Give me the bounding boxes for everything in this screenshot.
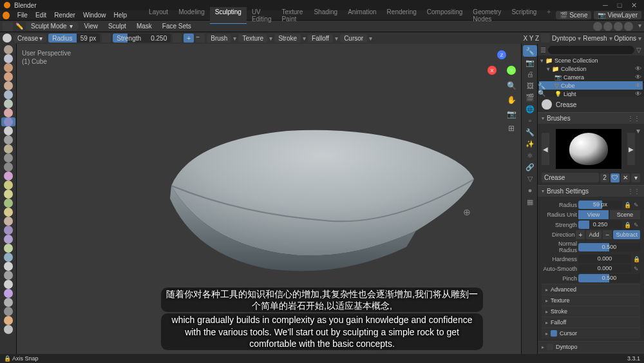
brush-save-button[interactable]: 🛡 — [611, 173, 620, 182]
tool-draw[interactable] — [1, 45, 15, 54]
tool-transform[interactable] — [1, 325, 15, 334]
strength-tablet-icon[interactable] — [173, 34, 182, 43]
auto-smooth-tablet-icon[interactable]: ✎ — [632, 265, 640, 273]
radius-slider[interactable]: 59 px — [578, 201, 622, 209]
gizmo-y-axis[interactable]: Y — [507, 66, 516, 75]
falloff-panel-dropdown[interactable]: Falloff — [308, 34, 333, 43]
tool-line-project[interactable] — [1, 307, 15, 316]
stroke-panel-dropdown[interactable]: Stroke — [274, 34, 301, 43]
outliner-search[interactable] — [548, 46, 634, 54]
camera-view-icon[interactable]: 📷 — [506, 108, 517, 120]
radius-unit-view[interactable]: View — [578, 210, 609, 219]
tab-add[interactable]: + — [542, 7, 556, 24]
tool-cloth[interactable] — [1, 262, 15, 271]
tool-rotate[interactable] — [1, 235, 15, 244]
normal-radius-slider[interactable]: 0.500 — [578, 243, 640, 251]
direction-plus-icon[interactable]: + — [576, 230, 585, 239]
tool-clay[interactable] — [1, 63, 15, 72]
maximize-button[interactable]: □ — [613, 1, 626, 10]
outliner-type-icon[interactable]: ☰ — [540, 46, 546, 54]
tab-viewlayer-icon[interactable]: 🖼 — [523, 80, 537, 92]
tab-mesh-icon[interactable]: ▽ — [523, 173, 537, 184]
outliner-filter-icon[interactable]: ▽ — [636, 46, 641, 54]
tool-fill[interactable] — [1, 144, 15, 153]
direction-add-button[interactable]: + — [184, 34, 194, 43]
tool-clay-thumb[interactable] — [1, 81, 15, 90]
strength-lock-icon[interactable]: 🔒 — [623, 221, 631, 229]
advanced-panel[interactable]: ▸Advanced — [542, 284, 640, 295]
tab-material-icon[interactable]: ● — [523, 184, 537, 196]
tab-world-icon[interactable]: 🌐 — [523, 103, 537, 115]
radius-slider[interactable]: Radius 59 px — [48, 34, 100, 43]
radius-unit-scene[interactable]: Scene — [610, 210, 640, 219]
tab-uv-editing[interactable]: UV Editing — [247, 7, 277, 24]
strength-slider[interactable]: Strength 0.250 — [113, 34, 171, 43]
tool-boundary[interactable] — [1, 253, 15, 262]
radius-tablet-icon[interactable] — [102, 34, 111, 43]
tab-constraints-icon[interactable]: 🔗 — [523, 161, 537, 173]
texture-panel[interactable]: ▸Texture — [542, 295, 640, 306]
outliner-scene-collection[interactable]: ▾📁Scene Collection — [539, 57, 643, 64]
gizmo-z-axis[interactable]: Z — [497, 50, 506, 59]
tool-inflate[interactable] — [1, 99, 15, 108]
navigation-gizmo[interactable]: Z X Y — [489, 52, 515, 77]
tab-object-icon[interactable]: ▫ — [523, 115, 537, 126]
brush-unlink-button[interactable]: ✕ — [621, 173, 630, 182]
tool-elastic-deform[interactable] — [1, 190, 15, 199]
dyntopo-check[interactable] — [541, 34, 550, 43]
stroke-panel[interactable]: ▸Stroke — [542, 306, 640, 317]
radius-tablet-icon[interactable]: ✎ — [632, 201, 640, 209]
tab-animation[interactable]: Animation — [343, 7, 381, 24]
menu-render[interactable]: Render — [50, 10, 79, 20]
tab-sculpting[interactable]: Sculpting — [210, 7, 247, 24]
move-view-icon[interactable]: ✋ — [506, 94, 517, 106]
tool-thumb[interactable] — [1, 208, 15, 217]
outliner-item-camera[interactable]: 📷Camera👁 — [539, 73, 643, 81]
tool-mesh-filter[interactable] — [1, 316, 15, 325]
tool-mask[interactable] — [1, 280, 15, 289]
tool-layer[interactable] — [1, 90, 15, 99]
tool-flatten[interactable] — [1, 135, 15, 144]
brush-dropdown[interactable]: Crease ▾ — [14, 34, 46, 43]
tab-texture-paint[interactable]: Texture Paint — [276, 7, 308, 24]
close-button[interactable]: ✕ — [627, 1, 640, 10]
strength-tablet-icon[interactable]: ✎ — [632, 221, 640, 229]
tab-render-icon[interactable]: 📷 — [523, 57, 537, 68]
dyntopo-panel[interactable]: ▸Dyntopo — [538, 341, 644, 352]
direction-subtract[interactable]: Subtract — [613, 230, 640, 239]
menu-help[interactable]: Help — [110, 10, 131, 20]
options-label[interactable]: Options — [614, 35, 636, 42]
brush-preview-dropdown-icon[interactable]: ▾ — [636, 126, 640, 135]
direction-sub-button[interactable]: − — [196, 34, 205, 43]
brush-name-field[interactable]: Crease — [542, 173, 599, 182]
symmetry-xyz[interactable]: X Y Z — [523, 35, 539, 42]
shading-dropdown-icon[interactable]: ▾ — [638, 22, 641, 31]
editor-type-icon[interactable] — [3, 22, 13, 31]
pinch-slider[interactable]: 0.500 — [578, 274, 640, 282]
tool-simplify[interactable] — [1, 271, 15, 280]
brush-next-button[interactable]: ▶ — [627, 133, 635, 165]
dyntopo-label[interactable]: Dyntopo — [552, 35, 576, 42]
tool-pose[interactable] — [1, 217, 15, 226]
tool-grab[interactable] — [1, 181, 15, 190]
direction-minus-icon[interactable]: − — [603, 230, 612, 239]
hardness-lock-icon[interactable]: 🔒 — [632, 255, 640, 263]
tab-compositing[interactable]: Compositing — [422, 7, 468, 24]
menu-view[interactable]: View — [80, 21, 102, 31]
brush-panel-dropdown[interactable]: Brush — [207, 34, 231, 43]
minimize-button[interactable]: ─ — [599, 1, 612, 10]
tool-slide-relax[interactable] — [1, 244, 15, 253]
tool-smooth[interactable] — [1, 126, 15, 135]
direction-add[interactable]: Add — [586, 230, 601, 239]
tool-draw-sharp[interactable] — [1, 54, 15, 63]
hardness-slider[interactable]: 0.000 — [578, 255, 631, 263]
menu-mask[interactable]: Mask — [133, 21, 156, 31]
brush-preview-icon[interactable] — [3, 34, 12, 43]
tool-blob[interactable] — [1, 108, 15, 117]
tool-snake-hook[interactable] — [1, 199, 15, 208]
menu-window[interactable]: Window — [79, 10, 110, 20]
tab-geometry-nodes[interactable]: Geometry Nodes — [468, 7, 506, 24]
tab-active-tool-icon[interactable]: 🔧 — [523, 45, 537, 57]
gizmo-x-axis[interactable]: X — [488, 66, 497, 75]
tool-clay-strips[interactable] — [1, 72, 15, 81]
